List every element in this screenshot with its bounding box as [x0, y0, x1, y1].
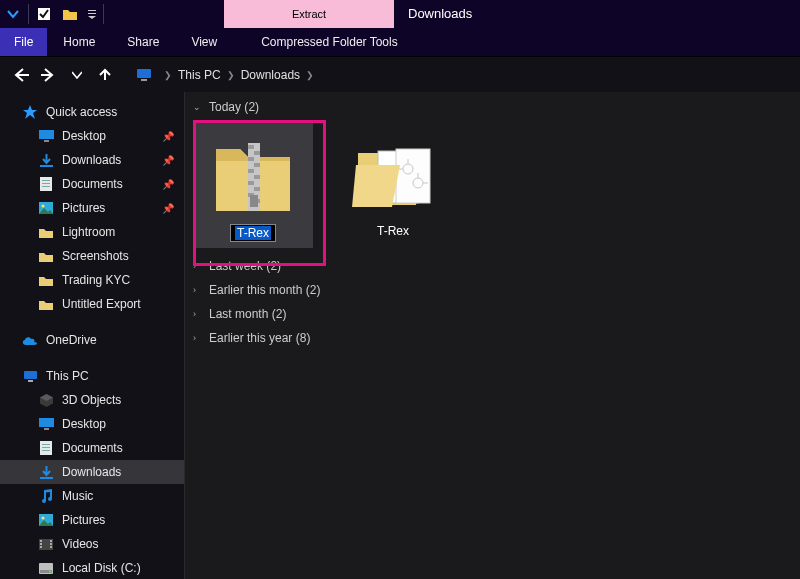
nav-pane[interactable]: Quick access Desktop📌Downloads📌Documents… — [0, 92, 184, 579]
svg-rect-41 — [254, 175, 260, 179]
svg-rect-30 — [50, 543, 52, 545]
breadcrumb[interactable]: ❯ This PC ❯ Downloads ❯ — [164, 68, 314, 82]
sidebar-item-pictures[interactable]: Pictures📌 — [0, 196, 184, 220]
group-last-week[interactable]: › Last week (2) — [185, 254, 800, 278]
sidebar-this-pc[interactable]: This PC — [0, 364, 184, 388]
svg-rect-28 — [40, 546, 42, 548]
svg-rect-43 — [254, 187, 260, 191]
filename-edit[interactable]: T-Rex — [230, 224, 276, 242]
svg-rect-17 — [44, 428, 49, 430]
sidebar-quick-access[interactable]: Quick access — [0, 100, 184, 124]
content-pane[interactable]: ⌄ Today (2) T-Rex — [184, 92, 800, 579]
forward-button[interactable] — [38, 64, 60, 86]
sidebar-item-label: Documents — [62, 441, 123, 455]
chevron-right-icon: › — [193, 261, 203, 271]
sidebar-item-videos[interactable]: Videos — [0, 532, 184, 556]
sidebar-onedrive[interactable]: OneDrive — [0, 328, 184, 352]
sidebar-item-lightroom[interactable]: Lightroom — [0, 220, 184, 244]
sidebar-item-label: Lightroom — [62, 225, 115, 239]
up-button[interactable] — [94, 64, 116, 86]
chevron-right-icon: › — [193, 309, 203, 319]
folder-icon — [38, 296, 54, 312]
svg-rect-29 — [50, 540, 52, 542]
separator — [103, 4, 104, 24]
svg-rect-5 — [39, 130, 54, 139]
group-last-month[interactable]: › Last month (2) — [185, 302, 800, 326]
sidebar-item-label: Untitled Export — [62, 297, 141, 311]
svg-rect-11 — [42, 186, 50, 187]
group-label: Earlier this month (2) — [209, 283, 320, 297]
nav-toolbar: ❯ This PC ❯ Downloads ❯ — [0, 56, 800, 92]
view-menu[interactable]: View — [175, 28, 233, 56]
svg-rect-2 — [88, 13, 96, 14]
zip-icon — [207, 128, 299, 220]
sidebar-item-pictures[interactable]: Pictures — [0, 508, 184, 532]
back-button[interactable] — [10, 64, 32, 86]
music-icon — [38, 488, 54, 504]
sidebar-item-label: Trading KYC — [62, 273, 130, 287]
sidebar-item-trading-kyc[interactable]: Trading KYC — [0, 268, 184, 292]
group-label: Earlier this year (8) — [209, 331, 310, 345]
pc-icon[interactable] — [136, 68, 152, 82]
menubar: File Home Share View Compressed Folder T… — [0, 28, 800, 56]
sidebar-item-documents[interactable]: Documents — [0, 436, 184, 460]
sidebar-item-screenshots[interactable]: Screenshots — [0, 244, 184, 268]
pin-icon: 📌 — [162, 155, 174, 166]
svg-rect-4 — [141, 79, 147, 81]
crumb-downloads[interactable]: Downloads — [241, 68, 300, 82]
3d-icon — [38, 392, 54, 408]
down-arrow-icon[interactable] — [0, 0, 26, 28]
sidebar-item-downloads[interactable]: Downloads — [0, 460, 184, 484]
svg-rect-20 — [42, 447, 50, 448]
svg-rect-39 — [254, 163, 260, 167]
share-menu[interactable]: Share — [111, 28, 175, 56]
sidebar-item-desktop[interactable]: Desktop — [0, 412, 184, 436]
compressed-folder-tools-label[interactable]: Compressed Folder Tools — [245, 28, 414, 56]
doc-icon — [38, 176, 54, 192]
svg-rect-26 — [40, 540, 42, 542]
svg-rect-10 — [42, 183, 50, 184]
pics-icon — [38, 200, 54, 216]
svg-point-24 — [42, 517, 45, 520]
download-icon — [38, 152, 54, 168]
folder-icon[interactable] — [57, 0, 83, 28]
sidebar-item-label: Downloads — [62, 465, 121, 479]
svg-rect-19 — [42, 444, 50, 445]
tab-extract-contextual[interactable]: Extract — [224, 0, 394, 28]
group-label: Today (2) — [209, 100, 259, 114]
sidebar-item-label: Desktop — [62, 129, 106, 143]
sidebar-item-untitled-export[interactable]: Untitled Export — [0, 292, 184, 316]
overflow-icon[interactable] — [83, 0, 101, 28]
sidebar-item-desktop[interactable]: Desktop📌 — [0, 124, 184, 148]
chevron-right-icon: › — [193, 333, 203, 343]
svg-point-13 — [42, 205, 45, 208]
sidebar-item-label: Videos — [62, 537, 98, 551]
pin-icon: 📌 — [162, 131, 174, 142]
svg-rect-7 — [40, 165, 53, 167]
pc-icon — [22, 368, 38, 384]
home-menu[interactable]: Home — [47, 28, 111, 56]
sidebar-item-label: Documents — [62, 177, 123, 191]
group-earlier-this-year[interactable]: › Earlier this year (8) — [185, 326, 800, 350]
group-earlier-this-month[interactable]: › Earlier this month (2) — [185, 278, 800, 302]
sidebar-item-documents[interactable]: Documents📌 — [0, 172, 184, 196]
checkbox-icon[interactable] — [31, 0, 57, 28]
window-title: Downloads — [394, 0, 486, 28]
sidebar-item-downloads[interactable]: Downloads📌 — [0, 148, 184, 172]
crumb-this-pc[interactable]: This PC — [178, 68, 221, 82]
pics-icon — [38, 512, 54, 528]
file-item-zip[interactable]: T-Rex — [193, 122, 313, 248]
svg-rect-31 — [50, 546, 52, 548]
recent-locations-button[interactable] — [66, 64, 88, 86]
group-today[interactable]: ⌄ Today (2) — [185, 92, 800, 116]
svg-rect-6 — [44, 140, 49, 142]
sidebar-item-local-disk-c-[interactable]: Local Disk (C:) — [0, 556, 184, 579]
sidebar-item-music[interactable]: Music — [0, 484, 184, 508]
chevron-right-icon: ❯ — [164, 70, 172, 80]
sidebar-item-label: Screenshots — [62, 249, 129, 263]
sidebar-item-3d-objects[interactable]: 3D Objects — [0, 388, 184, 412]
group-label: Last week (2) — [209, 259, 281, 273]
file-menu[interactable]: File — [0, 28, 47, 56]
folder-icon — [38, 272, 54, 288]
file-item-folder[interactable]: T-Rex — [333, 122, 453, 248]
